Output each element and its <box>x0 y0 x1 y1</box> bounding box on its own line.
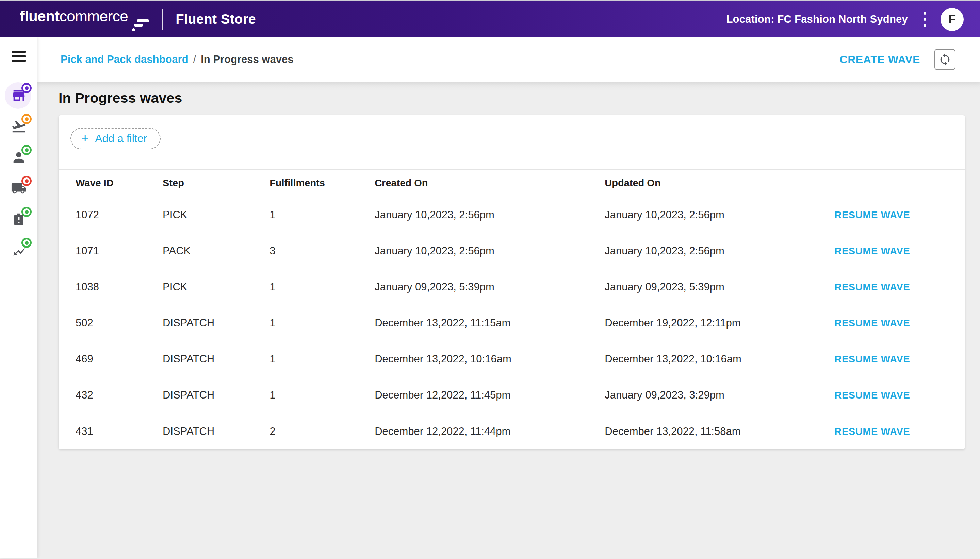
cell-updated-on: December 13,2022, 11:58am <box>605 413 834 449</box>
breadcrumb-separator: / <box>193 53 196 66</box>
cell-step: DISPATCH <box>163 305 270 341</box>
cell-fulfillments: 1 <box>270 341 375 377</box>
top-app-bar: fluentcommerce Fluent Store Location: FC… <box>0 0 980 37</box>
cell-wave-id: 469 <box>58 341 163 377</box>
table-row: 432 DISPATCH 1 December 12,2022, 11:45pm… <box>58 377 965 413</box>
cell-fulfillments: 1 <box>270 269 375 305</box>
page-header: Pick and Pack dashboard / In Progress wa… <box>37 37 980 82</box>
create-wave-button[interactable]: CREATE WAVE <box>839 53 920 66</box>
column-header-fulfillments: Fulfillments <box>270 169 375 197</box>
cell-step: PICK <box>163 197 270 233</box>
cell-created-on: December 13,2022, 11:15am <box>375 305 605 341</box>
add-filter-button[interactable]: + Add a filter <box>70 128 161 149</box>
app-title: Fluent Store <box>176 12 256 27</box>
cell-updated-on: January 10,2023, 2:56pm <box>605 233 834 269</box>
column-header-step: Step <box>163 169 270 197</box>
refresh-icon <box>938 53 952 66</box>
resume-wave-button[interactable]: RESUME WAVE <box>834 210 910 221</box>
waves-card: + Add a filter Wave ID Step Fulfillments… <box>58 115 965 449</box>
cell-created-on: January 10,2023, 2:56pm <box>375 197 605 233</box>
refresh-button[interactable] <box>934 49 955 70</box>
sidebar-item-shipping[interactable] <box>0 173 37 204</box>
cell-step: DISPATCH <box>163 377 270 413</box>
cell-fulfillments: 1 <box>270 377 375 413</box>
resume-wave-button[interactable]: RESUME WAVE <box>834 318 910 329</box>
sidebar-item-arrivals[interactable] <box>0 111 37 142</box>
location-label: Location: FC Fashion North Sydney <box>726 13 908 25</box>
cell-created-on: January 10,2023, 2:56pm <box>375 233 605 269</box>
add-filter-label: Add a filter <box>95 132 147 145</box>
brand-light-text: commerce <box>60 8 128 25</box>
sidebar <box>0 37 37 558</box>
column-header-updated-on: Updated On <box>605 169 834 197</box>
cell-step: DISPATCH <box>163 341 270 377</box>
breadcrumb-current: In Progress waves <box>201 53 294 66</box>
cell-fulfillments: 1 <box>270 197 375 233</box>
overflow-menu-icon[interactable] <box>922 10 928 29</box>
waves-table: Wave ID Step Fulfillments Created On Upd… <box>58 169 965 449</box>
menu-icon[interactable] <box>9 48 28 64</box>
topbar-divider <box>162 9 163 30</box>
cell-wave-id: 502 <box>58 305 163 341</box>
resume-wave-button[interactable]: RESUME WAVE <box>834 281 910 293</box>
reports-status-badge <box>22 238 32 248</box>
column-header-created-on: Created On <box>375 169 605 197</box>
cell-updated-on: December 13,2022, 10:16am <box>605 341 834 377</box>
column-header-wave-id: Wave ID <box>58 169 163 197</box>
resume-wave-button[interactable]: RESUME WAVE <box>834 426 910 437</box>
cell-created-on: December 12,2022, 11:45pm <box>375 377 605 413</box>
cell-fulfillments: 3 <box>270 233 375 269</box>
cell-updated-on: January 10,2023, 2:56pm <box>605 197 834 233</box>
cell-fulfillments: 2 <box>270 413 375 449</box>
table-row: 502 DISPATCH 1 December 13,2022, 11:15am… <box>58 305 965 341</box>
cell-updated-on: January 09,2023, 5:39pm <box>605 269 834 305</box>
store-status-badge <box>22 83 32 93</box>
breadcrumb-link-dashboard[interactable]: Pick and Pack dashboard <box>61 53 189 66</box>
customers-status-badge <box>22 145 32 155</box>
cell-created-on: December 12,2022, 11:44pm <box>375 413 605 449</box>
sidebar-item-store[interactable] <box>0 80 37 111</box>
cell-step: PACK <box>163 233 270 269</box>
cell-wave-id: 1071 <box>58 233 163 269</box>
resume-wave-button[interactable]: RESUME WAVE <box>834 354 910 365</box>
table-row: 469 DISPATCH 1 December 13,2022, 10:16am… <box>58 341 965 377</box>
resume-wave-button[interactable]: RESUME WAVE <box>834 245 910 257</box>
cell-wave-id: 1072 <box>58 197 163 233</box>
cell-wave-id: 431 <box>58 413 163 449</box>
sidebar-item-exceptions[interactable] <box>0 204 37 235</box>
breadcrumb: Pick and Pack dashboard / In Progress wa… <box>61 53 294 66</box>
table-row: 1072 PICK 1 January 10,2023, 2:56pm Janu… <box>58 197 965 233</box>
shipping-status-badge <box>22 176 32 186</box>
sidebar-item-reports[interactable] <box>0 235 37 266</box>
cell-step: PICK <box>163 269 270 305</box>
plus-icon: + <box>81 132 89 144</box>
cell-fulfillments: 1 <box>270 305 375 341</box>
fluentcommerce-logo-mark-icon <box>131 19 149 31</box>
page-title: In Progress waves <box>58 90 965 106</box>
table-row: 431 DISPATCH 2 December 12,2022, 11:44pm… <box>58 413 965 449</box>
arrivals-status-badge <box>22 114 32 124</box>
sidebar-item-customers[interactable] <box>0 142 37 173</box>
exceptions-status-badge <box>22 207 32 217</box>
table-header-row: Wave ID Step Fulfillments Created On Upd… <box>58 169 965 197</box>
cell-created-on: January 09,2023, 5:39pm <box>375 269 605 305</box>
table-row: 1038 PICK 1 January 09,2023, 5:39pm Janu… <box>58 269 965 305</box>
fluentcommerce-logo[interactable]: fluentcommerce <box>20 8 149 31</box>
content-area: In Progress waves + Add a filter Wave ID… <box>37 82 980 558</box>
cell-updated-on: January 09,2023, 3:29pm <box>605 377 834 413</box>
cell-step: DISPATCH <box>163 413 270 449</box>
cell-wave-id: 432 <box>58 377 163 413</box>
brand-bold-text: fluent <box>20 8 60 25</box>
avatar[interactable]: F <box>940 8 963 31</box>
cell-updated-on: December 19,2022, 12:11pm <box>605 305 834 341</box>
resume-wave-button[interactable]: RESUME WAVE <box>834 390 910 401</box>
cell-wave-id: 1038 <box>58 269 163 305</box>
cell-created-on: December 13,2022, 10:16am <box>375 341 605 377</box>
table-row: 1071 PACK 3 January 10,2023, 2:56pm Janu… <box>58 233 965 269</box>
